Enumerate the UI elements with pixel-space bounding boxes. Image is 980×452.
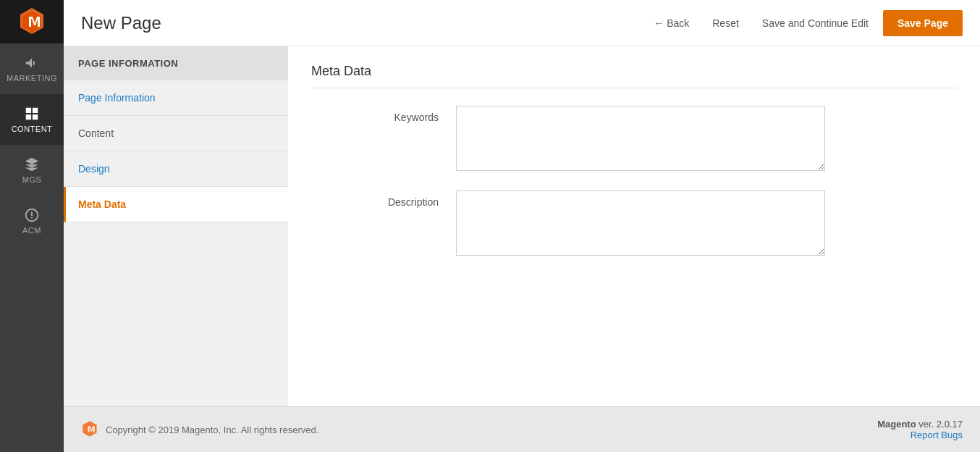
page-footer: Copyright © 2019 Magento, Inc. All right… <box>64 406 980 452</box>
keywords-textarea[interactable] <box>456 106 825 171</box>
description-textarea[interactable] <box>456 191 825 256</box>
header-actions: ← Back Reset Save and Continue Edit Save… <box>645 10 963 36</box>
page-title: New Page <box>81 13 633 33</box>
keywords-row: Keywords <box>311 106 957 173</box>
left-nav-item-design[interactable]: Design <box>64 151 288 187</box>
footer-copyright: Copyright © 2019 Magento, Inc. All right… <box>106 424 318 435</box>
sidebar-item-mgs-label: MGS <box>22 175 42 184</box>
sidebar-item-content-label: CONTENT <box>12 125 53 133</box>
left-nav-header: PAGE INFORMATION <box>64 46 288 80</box>
footer-magento-logo <box>81 420 98 440</box>
report-bugs-link[interactable]: Report Bugs <box>911 430 963 440</box>
reset-button[interactable]: Reset <box>704 12 748 35</box>
sidebar-item-marketing[interactable]: MARKETING <box>0 43 64 94</box>
left-nav-item-content[interactable]: Content <box>64 116 288 151</box>
content-area: New Page ← Back Reset Save and Continue … <box>64 0 980 452</box>
app-wrapper: MARKETING CONTENT MGS ACM <box>0 0 980 452</box>
left-nav-item-page-information[interactable]: Page Information <box>64 80 288 116</box>
sidebar-item-acm-label: ACM <box>22 226 41 235</box>
keywords-label: Keywords <box>311 106 456 123</box>
left-nav: PAGE INFORMATION Page Information Conten… <box>64 46 288 406</box>
footer-magento-label: Magento <box>877 419 916 430</box>
sidebar-item-marketing-label: MARKETING <box>7 74 57 83</box>
page-header: New Page ← Back Reset Save and Continue … <box>64 0 980 46</box>
description-label: Description <box>311 191 456 208</box>
footer-right: Magento ver. 2.0.17 Report Bugs <box>877 419 963 440</box>
content-body: PAGE INFORMATION Page Information Conten… <box>64 46 980 406</box>
description-control-wrap <box>456 191 957 258</box>
main-layout: MARKETING CONTENT MGS ACM <box>0 0 980 452</box>
back-arrow-icon: ← <box>654 17 664 29</box>
section-title: Meta Data <box>311 64 957 88</box>
sidebar-item-mgs[interactable]: MGS <box>0 145 64 196</box>
left-nav-item-meta-data[interactable]: Meta Data <box>64 187 288 222</box>
save-page-button[interactable]: Save Page <box>883 10 963 36</box>
main-form: Meta Data Keywords Description <box>288 46 980 406</box>
sidebar-item-content[interactable]: CONTENT <box>0 94 64 145</box>
save-continue-button[interactable]: Save and Continue Edit <box>753 12 877 35</box>
description-row: Description <box>311 191 957 258</box>
back-button[interactable]: ← Back <box>645 12 698 35</box>
footer-left: Copyright © 2019 Magento, Inc. All right… <box>81 420 318 440</box>
footer-version-number: ver. 2.0.17 <box>918 419 963 430</box>
magento-logo-icon <box>17 7 46 38</box>
sidebar-item-acm[interactable]: ACM <box>0 196 64 246</box>
sidebar: MARKETING CONTENT MGS ACM <box>0 0 64 452</box>
sidebar-logo <box>0 0 64 43</box>
keywords-control-wrap <box>456 106 957 173</box>
